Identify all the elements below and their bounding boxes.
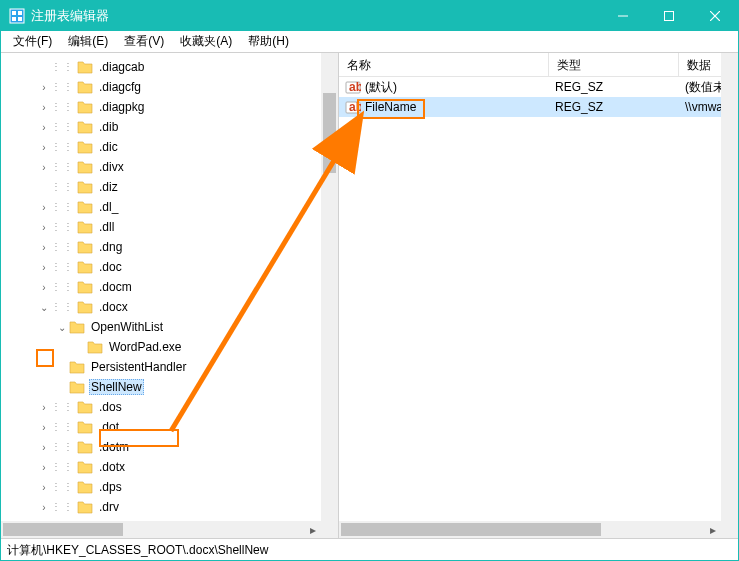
folder-icon <box>77 100 93 114</box>
chevron-right-icon[interactable]: › <box>37 422 51 433</box>
value-type: REG_SZ <box>549 80 679 94</box>
values-hscrollbar[interactable]: ◂ ▸ <box>339 521 721 538</box>
tree-node[interactable]: ›⋮⋮.dng <box>1 237 338 257</box>
column-name[interactable]: 名称 <box>339 53 549 76</box>
tree-node-label: .docx <box>97 299 130 315</box>
folder-icon <box>77 240 93 254</box>
tree-node[interactable]: ›⋮⋮.dic <box>1 137 338 157</box>
value-row[interactable]: abFileNameREG_SZ\\vmware <box>339 97 738 117</box>
tree-vscroll-thumb[interactable] <box>323 93 336 173</box>
svg-rect-4 <box>18 17 22 21</box>
tree-guide-icon: ⋮⋮ <box>51 142 75 152</box>
tree-node[interactable]: ›⋮⋮.dotm <box>1 437 338 457</box>
folder-icon <box>77 400 93 414</box>
chevron-right-icon[interactable]: › <box>37 442 51 453</box>
tree-guide-icon: ⋮⋮ <box>51 82 75 92</box>
chevron-right-icon[interactable]: › <box>37 222 51 233</box>
folder-icon <box>77 160 93 174</box>
menu-file[interactable]: 文件(F) <box>5 31 60 52</box>
folder-icon <box>77 260 93 274</box>
chevron-right-icon[interactable]: › <box>37 282 51 293</box>
tree-node[interactable]: ›ShellNew <box>1 377 338 397</box>
folder-icon <box>77 180 93 194</box>
tree-node-label: WordPad.exe <box>107 339 184 355</box>
tree-guide-icon: ⋮⋮ <box>51 302 75 312</box>
menu-edit[interactable]: 编辑(E) <box>60 31 116 52</box>
tree-guide-icon: ⋮⋮ <box>51 422 75 432</box>
tree-node-label: .dot <box>97 419 121 435</box>
chevron-right-icon[interactable]: › <box>37 262 51 273</box>
tree-hscrollbar[interactable]: ◂ ▸ <box>1 521 321 538</box>
folder-icon <box>69 360 85 374</box>
tree-node-label: .dl_ <box>97 199 120 215</box>
close-icon <box>710 11 720 21</box>
tree-node[interactable]: ›⋮⋮.dib <box>1 117 338 137</box>
tree-node[interactable]: ⌄⋮⋮.docx <box>1 297 338 317</box>
chevron-right-icon[interactable]: › <box>37 162 51 173</box>
tree-node[interactable]: ›⋮⋮.divx <box>1 157 338 177</box>
tree-node[interactable]: ›⋮⋮.dos <box>1 397 338 417</box>
folder-icon <box>77 120 93 134</box>
chevron-right-icon[interactable]: › <box>37 402 51 413</box>
tree-guide-icon: ⋮⋮ <box>51 262 75 272</box>
tree-node[interactable]: ›⋮⋮.dotx <box>1 457 338 477</box>
tree-node[interactable]: ›⋮⋮.drv <box>1 497 338 517</box>
status-bar: 计算机\HKEY_CLASSES_ROOT\.docx\ShellNew <box>1 538 738 560</box>
chevron-right-icon[interactable]: › <box>37 202 51 213</box>
value-row[interactable]: ab(默认)REG_SZ(数值未设 <box>339 77 738 97</box>
tree-node[interactable]: ›PersistentHandler <box>1 357 338 377</box>
tree-node[interactable]: ⌄OpenWithList <box>1 317 338 337</box>
tree-node-label: .diagcfg <box>97 79 143 95</box>
chevron-right-icon[interactable]: › <box>37 242 51 253</box>
folder-icon <box>77 140 93 154</box>
tree-hscroll-thumb[interactable] <box>3 523 123 536</box>
tree-node-label: .doc <box>97 259 124 275</box>
scroll-right-icon[interactable]: ▸ <box>704 521 721 538</box>
svg-rect-3 <box>12 17 16 21</box>
svg-rect-1 <box>12 11 16 15</box>
values-vscrollbar[interactable] <box>721 53 738 521</box>
menu-favorites[interactable]: 收藏夹(A) <box>172 31 240 52</box>
folder-icon <box>69 320 85 334</box>
menu-help[interactable]: 帮助(H) <box>240 31 297 52</box>
tree-node[interactable]: ›⋮⋮.diagcab <box>1 57 338 77</box>
tree-node-label: .dps <box>97 479 124 495</box>
chevron-right-icon[interactable]: › <box>37 502 51 513</box>
tree-guide-icon: ⋮⋮ <box>51 502 75 512</box>
minimize-button[interactable] <box>600 1 646 31</box>
tree-guide-icon: ⋮⋮ <box>51 222 75 232</box>
tree-node[interactable]: ›WordPad.exe <box>1 337 338 357</box>
tree-guide-icon: ⋮⋮ <box>51 482 75 492</box>
chevron-right-icon[interactable]: › <box>37 482 51 493</box>
tree-vscrollbar[interactable] <box>321 53 338 521</box>
tree-node[interactable]: ›⋮⋮.diagcfg <box>1 77 338 97</box>
folder-icon <box>77 500 93 514</box>
chevron-right-icon[interactable]: › <box>37 102 51 113</box>
chevron-down-icon[interactable]: ⌄ <box>55 322 69 333</box>
scroll-right-icon[interactable]: ▸ <box>304 521 321 538</box>
values-hscroll-thumb[interactable] <box>341 523 601 536</box>
tree-node[interactable]: ›⋮⋮.diz <box>1 177 338 197</box>
tree-node[interactable]: ›⋮⋮.dps <box>1 477 338 497</box>
tree-guide-icon: ⋮⋮ <box>51 242 75 252</box>
menu-view[interactable]: 查看(V) <box>116 31 172 52</box>
chevron-right-icon[interactable]: › <box>37 122 51 133</box>
chevron-right-icon[interactable]: › <box>37 462 51 473</box>
tree-guide-icon: ⋮⋮ <box>51 282 75 292</box>
chevron-down-icon[interactable]: ⌄ <box>37 302 51 313</box>
tree-node[interactable]: ›⋮⋮.dot <box>1 417 338 437</box>
close-button[interactable] <box>692 1 738 31</box>
folder-icon <box>77 440 93 454</box>
tree-node[interactable]: ›⋮⋮.diagpkg <box>1 97 338 117</box>
maximize-button[interactable] <box>646 1 692 31</box>
tree-node[interactable]: ›⋮⋮.docm <box>1 277 338 297</box>
tree-guide-icon: ⋮⋮ <box>51 402 75 412</box>
tree-node[interactable]: ›⋮⋮.doc <box>1 257 338 277</box>
chevron-right-icon[interactable]: › <box>37 82 51 93</box>
folder-icon <box>77 300 93 314</box>
chevron-right-icon[interactable]: › <box>37 142 51 153</box>
tree-node[interactable]: ›⋮⋮.dll <box>1 217 338 237</box>
tree-node-label: .diagcab <box>97 59 146 75</box>
tree-node[interactable]: ›⋮⋮.dl_ <box>1 197 338 217</box>
column-type[interactable]: 类型 <box>549 53 679 76</box>
